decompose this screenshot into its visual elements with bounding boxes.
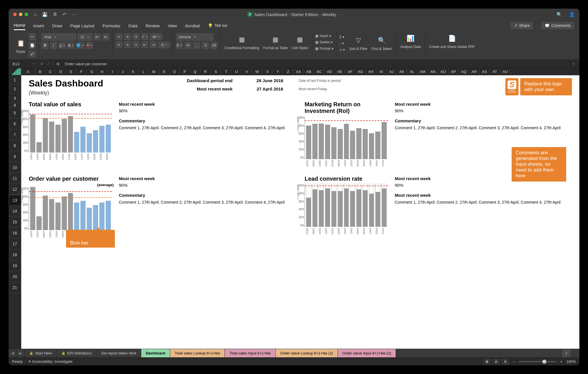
number-format-select[interactable]: General▼	[176, 33, 213, 41]
increase-indent-button[interactable]: ⇥	[150, 41, 157, 48]
document-title[interactable]: X Sales Dashboard - Starter Edition - We…	[247, 12, 341, 17]
decrease-indent-button[interactable]: ⇤	[141, 41, 148, 48]
column-header[interactable]: R	[200, 68, 211, 75]
zoom-out-button[interactable]: −	[511, 359, 516, 364]
column-header[interactable]: Z	[283, 68, 293, 75]
column-header[interactable]: A	[21, 68, 35, 75]
row-header[interactable]: 18	[9, 249, 21, 260]
sort-filter-button[interactable]: ▽Sort & Filter	[348, 34, 369, 51]
column-header[interactable]: AT	[490, 68, 500, 75]
insert-cells-button[interactable]: ▦ Insert ▾	[315, 34, 333, 38]
column-header[interactable]: S	[211, 68, 221, 75]
column-header[interactable]: AA	[293, 68, 304, 75]
row-header[interactable]: 8	[9, 140, 21, 151]
italic-button[interactable]: I	[50, 42, 57, 49]
borders-button[interactable]: ⊞▼	[67, 42, 74, 49]
cell-styles-button[interactable]: ▦Cell Styles	[291, 33, 309, 50]
zoom-in-button[interactable]: +	[559, 359, 564, 364]
row-header[interactable]: 16	[9, 228, 21, 238]
sheet-tab[interactable]: 🔒KPI Definitions	[57, 349, 96, 357]
column-header[interactable]: M	[149, 68, 159, 75]
column-header[interactable]: AD	[324, 68, 335, 75]
column-header[interactable]: P	[180, 68, 190, 75]
column-header[interactable]: AL	[407, 68, 417, 75]
fill-color-button[interactable]: 🪣▼	[76, 42, 84, 49]
select-all-button[interactable]	[9, 68, 21, 75]
column-header[interactable]: E	[66, 68, 76, 75]
add-sheet-button[interactable]: +	[562, 349, 571, 357]
column-header[interactable]: AF	[345, 68, 355, 75]
row-header[interactable]: 4	[9, 103, 21, 107]
fill-button[interactable]: ↓ ▾	[339, 41, 345, 45]
format-painter-button[interactable]: 🖌	[29, 51, 36, 57]
row-header[interactable]: 7	[9, 129, 21, 140]
autosum-button[interactable]: Σ ▾	[339, 35, 345, 39]
column-header[interactable]: B	[35, 68, 45, 75]
sheet-tab[interactable]: Set report dates here	[97, 349, 141, 357]
sheet-tab[interactable]: 🔒Start Here	[25, 349, 57, 357]
column-header[interactable]: W	[252, 68, 262, 75]
column-header[interactable]: F	[76, 68, 87, 75]
row-header[interactable]: 14	[9, 206, 21, 217]
column-header[interactable]: H	[97, 68, 107, 75]
sheet-tab[interactable]: Dashboard	[141, 349, 170, 357]
copy-button[interactable]: 📄	[29, 42, 36, 49]
align-middle-button[interactable]: ≡	[124, 33, 131, 40]
decrease-decimal-button[interactable]: .00	[210, 42, 217, 49]
home-icon[interactable]: ⌂	[34, 12, 37, 17]
font-size-select[interactable]: 12▼	[78, 33, 92, 41]
percent-button[interactable]: %	[185, 42, 192, 49]
normal-view-button[interactable]: ▦	[484, 359, 490, 364]
column-header[interactable]: U	[231, 68, 242, 75]
undo-icon[interactable]: ↶	[63, 12, 66, 17]
increase-font-button[interactable]: A↑	[94, 34, 101, 41]
decrease-font-button[interactable]: A↓	[102, 34, 109, 41]
row-header[interactable]: 17	[9, 238, 21, 249]
row-header[interactable]: 21	[9, 282, 21, 293]
tab-acrobat[interactable]: Acrobat	[185, 22, 200, 30]
column-header[interactable]: T	[221, 68, 231, 75]
autosave-icon[interactable]: 🗎	[53, 12, 57, 17]
column-header[interactable]: Q	[190, 68, 200, 75]
tab-data[interactable]: Data	[128, 22, 138, 30]
delete-cells-button[interactable]: ▦ Delete ▾	[315, 40, 333, 44]
adobe-pdf-button[interactable]: 📄Create and Share Adobe PDF	[428, 32, 476, 49]
page-layout-view-button[interactable]: ▤	[493, 359, 499, 364]
align-left-button[interactable]: ≡	[115, 41, 122, 48]
column-header[interactable]: O	[169, 68, 180, 75]
row-header[interactable]: 15	[9, 217, 21, 228]
format-as-table-button[interactable]: ▦Format as Table	[262, 33, 289, 50]
tab-insert[interactable]: Insert	[33, 22, 44, 30]
sheet-tab[interactable]: Total sales Lookup 6+1+6w	[170, 349, 225, 357]
find-select-button[interactable]: 🔍Find & Select	[370, 34, 393, 51]
tab-draw[interactable]: Draw	[52, 22, 62, 30]
column-header[interactable]: Y	[273, 68, 283, 75]
minimize-window-button[interactable]	[19, 13, 22, 16]
column-header[interactable]: AO	[438, 68, 448, 75]
column-header[interactable]: J	[118, 68, 128, 75]
row-header[interactable]: 1	[9, 75, 21, 84]
row-header[interactable]: 10	[9, 162, 21, 173]
tab-view[interactable]: View	[168, 22, 177, 30]
tell-me-search[interactable]: 💡Tell me	[208, 23, 227, 28]
row-header[interactable]: 19	[9, 260, 21, 271]
column-header[interactable]: L	[138, 68, 149, 75]
column-header[interactable]: AH	[366, 68, 376, 75]
font-select[interactable]: Arial▼	[42, 33, 76, 41]
column-header[interactable]: C	[45, 68, 56, 75]
column-header[interactable]: V	[242, 68, 252, 75]
column-header[interactable]: AR	[469, 68, 479, 75]
increase-decimal-button[interactable]: .0	[202, 42, 209, 49]
fx-button[interactable]: fx	[54, 62, 62, 66]
account-icon[interactable]: 👤	[569, 12, 575, 17]
comma-button[interactable]: ,	[193, 42, 200, 49]
column-header[interactable]: G	[87, 68, 97, 75]
ellipsis-icon[interactable]: ⋯	[71, 12, 76, 17]
row-header[interactable]: 20	[9, 271, 21, 282]
column-header[interactable]: X	[262, 68, 273, 75]
column-header[interactable]: AC	[314, 68, 324, 75]
column-header[interactable]: AE	[335, 68, 345, 75]
row-header[interactable]: 11	[9, 173, 21, 184]
close-window-button[interactable]	[13, 13, 17, 16]
format-cells-button[interactable]: ▦ Format ▾	[315, 47, 333, 51]
